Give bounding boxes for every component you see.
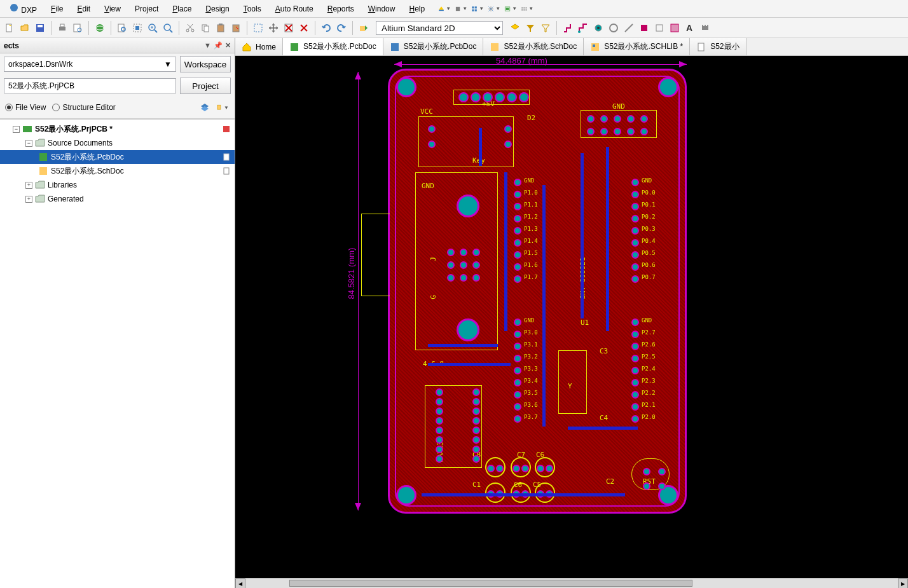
workspace-combo[interactable]: orkspace1.DsnWrk▼ [4, 57, 176, 72]
filter2-icon[interactable] [539, 21, 553, 35]
zoom-sel-icon[interactable] [161, 21, 175, 35]
structeditor-radio[interactable]: Structure Editor [52, 103, 115, 112]
pin-icon[interactable]: ▼ [204, 41, 211, 50]
menu-view[interactable]: View [98, 2, 127, 16]
mbar-icon-3[interactable]: ▼ [471, 2, 485, 16]
menu-project[interactable]: Project [128, 2, 165, 16]
svg-line-29 [155, 30, 157, 32]
svg-rect-5 [472, 9, 474, 11]
doc-options-icon[interactable]: ▼ [216, 100, 230, 114]
tree-pcbdoc[interactable]: S52最小系统.PcbDoc [0, 150, 235, 164]
tab-schlib[interactable]: S52最小系统.SCHLIB * [584, 38, 690, 55]
paste-rubber-icon[interactable] [229, 21, 243, 35]
close-panel-icon[interactable]: ✕ [225, 41, 231, 50]
layer-icon[interactable] [508, 21, 522, 35]
svg-rect-1 [439, 10, 444, 11]
via [472, 407, 480, 415]
tree-source-docs[interactable]: − Source Documents [0, 136, 235, 150]
workspace-button[interactable]: Workspace [180, 56, 231, 72]
via [631, 343, 639, 350]
comp-icon[interactable] [698, 21, 712, 35]
via-icon[interactable] [591, 21, 605, 35]
tree-generated[interactable]: + Generated [0, 192, 235, 206]
string-icon[interactable]: A [683, 21, 697, 35]
move-icon[interactable] [266, 21, 280, 35]
cut-icon[interactable] [183, 21, 197, 35]
compile-icon[interactable] [198, 100, 212, 114]
svg-rect-67 [39, 153, 47, 161]
tab-pcb2[interactable]: S52最小系统.PcbDoc [383, 38, 484, 55]
zoom-doc-icon[interactable] [115, 21, 129, 35]
silk-label: P1.0 [524, 189, 538, 196]
mbar-icon-1[interactable]: ▼ [437, 2, 451, 16]
tab-home[interactable]: Home [235, 38, 283, 55]
fill-icon[interactable] [637, 21, 651, 35]
folder-icon [35, 180, 45, 190]
via [627, 128, 635, 135]
pcb-canvas[interactable]: 54.4867 (mm) 84.5821 (mm) VCC +5V GND [235, 56, 908, 578]
save-icon[interactable] [33, 21, 47, 35]
pad-icon[interactable] [607, 21, 621, 35]
fileview-radio[interactable]: File View [5, 103, 46, 112]
route1-icon[interactable] [561, 21, 575, 35]
svg-point-53 [610, 24, 617, 32]
zoom-in-icon[interactable] [146, 21, 160, 35]
menu-reports[interactable]: Reports [321, 2, 361, 16]
copy-icon[interactable] [198, 21, 212, 35]
via [658, 482, 666, 490]
line-icon[interactable] [622, 21, 636, 35]
undo-icon[interactable] [319, 21, 333, 35]
print-icon[interactable] [55, 21, 69, 35]
svg-line-54 [625, 24, 633, 32]
deselect-icon[interactable] [282, 21, 296, 35]
open-icon[interactable] [18, 21, 32, 35]
mbar-icon-4[interactable]: ▼ [487, 2, 501, 16]
menu-autoroute[interactable]: Auto Route [269, 2, 320, 16]
horizontal-scrollbar[interactable]: ◀ ▶ [235, 578, 908, 588]
route2-icon[interactable] [576, 21, 590, 35]
pcb-icon [289, 42, 299, 52]
menu-help[interactable]: Help [402, 2, 431, 16]
svg-rect-40 [217, 25, 224, 32]
menu-edit[interactable]: Edit [71, 2, 97, 16]
project-button[interactable]: Project [180, 78, 231, 94]
project-field[interactable]: 52最小系统.PrjPCB [4, 78, 176, 93]
select-icon[interactable] [251, 21, 265, 35]
run-icon[interactable] [357, 21, 371, 35]
poly-icon[interactable] [668, 21, 682, 35]
menu-file[interactable]: File [45, 2, 69, 16]
new-icon[interactable] [3, 21, 17, 35]
tab-extra[interactable]: S52最小 [690, 38, 746, 55]
menu-window[interactable]: Window [362, 2, 402, 16]
via [587, 128, 595, 135]
mbar-icon-5[interactable]: ▼ [504, 2, 518, 16]
tree-libraries[interactable]: + Libraries [0, 178, 235, 192]
tree-project-root[interactable]: − S52最小系统.PrjPCB * [0, 122, 235, 136]
scroll-right-arrow[interactable]: ▶ [898, 578, 908, 588]
globe-icon[interactable] [93, 21, 107, 35]
mbar-icon-2[interactable]: ▼ [454, 2, 468, 16]
autohide-icon[interactable]: 📌 [214, 41, 223, 50]
tab-sch[interactable]: S52最小系统.SchDoc [483, 38, 584, 55]
region-icon[interactable] [652, 21, 666, 35]
redo-icon[interactable] [334, 21, 348, 35]
via [496, 465, 504, 472]
menu-tools[interactable]: Tools [237, 2, 268, 16]
menu-design[interactable]: Design [199, 2, 235, 16]
tab-pcb1[interactable]: S52最小系统.PcbDoc [283, 38, 383, 55]
tree-schdoc[interactable]: S52最小系统.SchDoc [0, 164, 235, 178]
viewmode-select[interactable]: Altium Standard 2D [376, 21, 503, 35]
menu-place[interactable]: Place [166, 2, 198, 16]
silk-label: P0.4 [642, 238, 656, 244]
filter1-icon[interactable] [523, 21, 537, 35]
scroll-left-arrow[interactable]: ◀ [235, 578, 245, 588]
paste-icon[interactable] [214, 21, 228, 35]
svg-line-37 [188, 24, 192, 29]
menu-dxp[interactable]: DXP [3, 0, 43, 17]
scroll-thumb[interactable] [289, 580, 693, 587]
mbar-icon-6[interactable]: ▼ [520, 2, 534, 16]
svg-rect-39 [204, 26, 209, 32]
clear-icon[interactable] [297, 21, 311, 35]
zoom-fit-icon[interactable] [130, 21, 144, 35]
preview-icon[interactable] [71, 21, 85, 35]
